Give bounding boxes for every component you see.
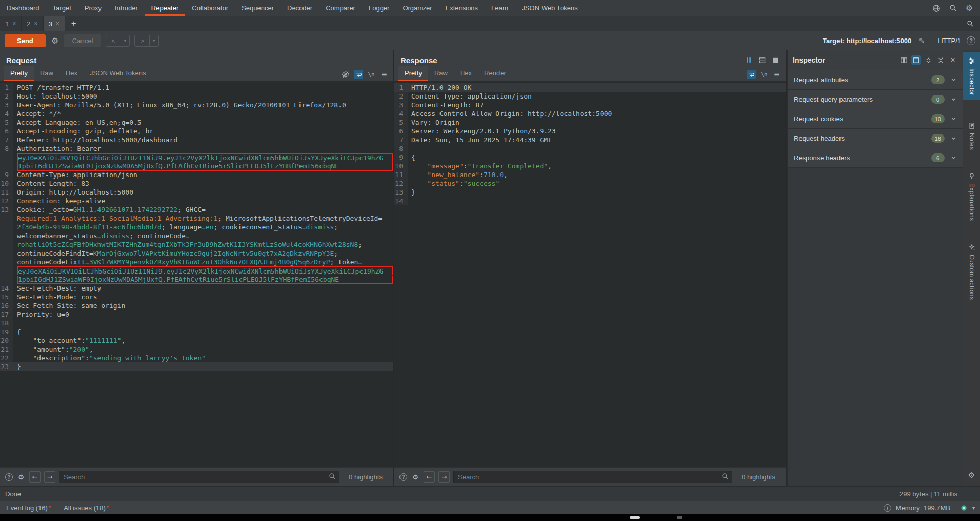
soft-wrap-icon[interactable]: [747, 70, 756, 79]
inspector-section-request-cookies[interactable]: Request cookies10: [788, 109, 963, 128]
request-editor[interactable]: 1POST /transfer HTTP/1.12Host: localhost…: [0, 81, 393, 467]
editor-menu-icon[interactable]: ≡: [379, 70, 389, 79]
menu-item-collaborator[interactable]: Collaborator: [185, 0, 235, 16]
event-log-button[interactable]: Event log (16)●: [0, 504, 57, 512]
request-editor-line[interactable]: 7Referer: http://localhost:5000/dashboar…: [0, 136, 393, 144]
menu-item-extensions[interactable]: Extensions: [439, 0, 485, 16]
menu-item-comparer[interactable]: Comparer: [319, 0, 362, 16]
response-editor-line[interactable]: 12 "status":"success": [394, 179, 786, 188]
menu-item-target[interactable]: Target: [46, 0, 78, 16]
search-next-button[interactable]: →: [44, 471, 55, 483]
request-editor-line[interactable]: 9Content-Type: application/json: [0, 170, 393, 179]
request-search-input[interactable]: [59, 471, 339, 483]
newline-chars-icon[interactable]: \n: [367, 70, 376, 79]
http-version-selector[interactable]: HTTP/1: [938, 37, 961, 45]
editor-menu-icon[interactable]: ≡: [772, 70, 782, 79]
menu-item-intruder[interactable]: Intruder: [108, 0, 145, 16]
request-editor-line[interactable]: 4Accept: */*: [0, 109, 393, 118]
menu-item-proxy[interactable]: Proxy: [78, 0, 108, 16]
response-editor-line[interactable]: 13}: [394, 188, 786, 197]
request-editor-line[interactable]: rohatliOt5cZCqFBfDHxhwtMIKTZHnZum4tgnIXb…: [0, 240, 393, 249]
response-editor-line[interactable]: 7Date: Sun, 15 Jun 2025 17:44:39 GMT: [394, 136, 786, 144]
rail-item-inspector[interactable]: Inspector: [963, 52, 980, 100]
tab-close-icon[interactable]: ×: [12, 20, 16, 27]
next-request-dropdown-icon[interactable]: ▾: [149, 35, 158, 46]
request-editor-line[interactable]: 22 "description":"sending with larryy's …: [0, 354, 393, 362]
menu-item-learn[interactable]: Learn: [485, 0, 515, 16]
request-editor-line[interactable]: 17Priority: u=0: [0, 310, 393, 319]
inspector-docked-view-icon[interactable]: [911, 55, 921, 65]
inspector-section-request-attributes[interactable]: Request attributes2: [788, 70, 963, 89]
request-editor-line[interactable]: continueCodeFindIt=KMarOjGxwo7lVAPxtKimu…: [0, 249, 393, 258]
close-icon[interactable]: ×: [948, 55, 957, 65]
request-editor-line[interactable]: 12Connection: keep-alive: [0, 197, 393, 205]
request-editor-line[interactable]: continueCodeFixIt=3VKl7WXMY9penvkOZRxyVh…: [0, 258, 393, 266]
prev-request-button[interactable]: < ▾: [106, 35, 130, 47]
menu-item-json-web-tokens[interactable]: JSON Web Tokens: [515, 0, 584, 16]
response-editor-line[interactable]: 10 "message":"Transfer Completed",: [394, 162, 786, 170]
request-editor-line[interactable]: 13Cookie: _octo=GH1.1.492661071.17422927…: [0, 205, 393, 214]
request-editor-line[interactable]: 10Content-Length: 83: [0, 179, 393, 188]
request-editor-line[interactable]: 21 "amount":"200",: [0, 345, 393, 354]
taskbar-item[interactable]: [677, 516, 682, 519]
browser-globe-icon[interactable]: [932, 4, 941, 13]
request-editor-line[interactable]: 2Host: localhost:5000: [0, 92, 393, 101]
layout-rows-icon[interactable]: [757, 55, 767, 65]
request-view-tab-hex[interactable]: Hex: [59, 66, 84, 81]
menu-item-repeater[interactable]: Repeater: [145, 0, 185, 16]
request-view-tab-json-web-tokens[interactable]: JSON Web Tokens: [84, 66, 152, 81]
prev-request-dropdown-icon[interactable]: ▾: [121, 35, 130, 46]
rail-settings-gear-icon[interactable]: ⚙: [968, 471, 975, 480]
inspector-section-request-headers[interactable]: Request headers16: [788, 128, 963, 148]
search-icon[interactable]: [948, 4, 957, 13]
settings-gear-icon[interactable]: ⚙: [965, 4, 974, 13]
request-editor-line[interactable]: 2f30eb4b-9198-4bdd-8f11-ac6fbc6b0d7d; la…: [0, 223, 393, 231]
search-settings-gear-icon[interactable]: ⚙: [16, 472, 26, 481]
request-editor-line[interactable]: 16Sec-Fetch-Site: same-origin: [0, 301, 393, 310]
newline-chars-icon[interactable]: \n: [759, 70, 769, 79]
dropdown-caret-icon[interactable]: ▾: [972, 505, 975, 511]
response-editor-line[interactable]: 5Vary: Origin: [394, 118, 786, 127]
response-editor-line[interactable]: 1HTTP/1.0 200 OK: [394, 83, 786, 92]
response-search-input[interactable]: [453, 471, 732, 483]
response-editor-line[interactable]: 3Content-Length: 87: [394, 101, 786, 109]
send-button[interactable]: Send: [5, 34, 46, 47]
pause-updates-icon[interactable]: [744, 55, 753, 65]
layout-single-icon[interactable]: [771, 55, 780, 65]
hide-highlights-eye-slash-icon[interactable]: [341, 70, 350, 79]
repeater-tab-1[interactable]: 1×: [0, 16, 22, 31]
menu-item-logger[interactable]: Logger: [362, 0, 396, 16]
response-editor-line[interactable]: 4Access-Control-Allow-Origin: http://loc…: [394, 109, 786, 118]
soft-wrap-icon[interactable]: [354, 70, 363, 79]
request-editor-line[interactable]: 15Sec-Fetch-Mode: cors: [0, 293, 393, 301]
request-editor-line[interactable]: 1pbiI6dHJ1ZSwiaWF0IjoxNzUwMDA5MjUxfQ.PfE…: [0, 275, 393, 284]
request-editor-line[interactable]: 20 "to_account":"1111111",: [0, 336, 393, 345]
request-editor-line[interactable]: 11Origin: http://localhost:5000: [0, 188, 393, 197]
search-help-icon[interactable]: ?: [5, 473, 13, 481]
help-icon[interactable]: ?: [967, 36, 975, 45]
menu-item-dashboard[interactable]: Dashboard: [0, 0, 46, 16]
collapse-all-icon[interactable]: [936, 55, 945, 65]
search-prev-button[interactable]: ←: [29, 471, 41, 483]
request-editor-line[interactable]: 8Authorization: Bearer: [0, 144, 393, 153]
response-editor-line[interactable]: 11 "new_balance":710.0,: [394, 170, 786, 179]
taskbar-item[interactable]: [630, 516, 640, 519]
inspector-section-request-query-parameters[interactable]: Request query parameters0: [788, 89, 963, 109]
menu-item-organizer[interactable]: Organizer: [396, 0, 438, 16]
search-settings-gear-icon[interactable]: ⚙: [411, 472, 420, 481]
response-view-tab-pretty[interactable]: Pretty: [398, 66, 428, 81]
edit-target-pencil-icon[interactable]: ✎: [917, 36, 926, 45]
menu-item-sequencer[interactable]: Sequencer: [235, 0, 281, 16]
request-editor-line[interactable]: 23}: [0, 362, 393, 371]
request-editor-line[interactable]: eyJ0eXAiOiJKV1QiLCJhbGciOiJIUzI1NiJ9.eyJ…: [0, 153, 393, 162]
request-editor-line[interactable]: 14Sec-Fetch-Dest: empty: [0, 284, 393, 293]
response-editor-line[interactable]: 2Content-Type: application/json: [394, 92, 786, 101]
inspector-section-response-headers[interactable]: Response headers6: [788, 148, 963, 167]
info-icon[interactable]: i: [884, 504, 891, 512]
tab-search-icon[interactable]: [966, 19, 975, 28]
response-editor[interactable]: 1HTTP/1.0 200 OK2Content-Type: applicati…: [394, 81, 786, 467]
rail-item-explanations[interactable]: Explanations: [963, 168, 980, 226]
request-editor-line[interactable]: 1POST /transfer HTTP/1.1: [0, 83, 393, 92]
request-editor-line[interactable]: 3User-Agent: Mozilla/5.0 (X11; Linux x86…: [0, 101, 393, 109]
inspector-split-view-icon[interactable]: [899, 55, 908, 65]
